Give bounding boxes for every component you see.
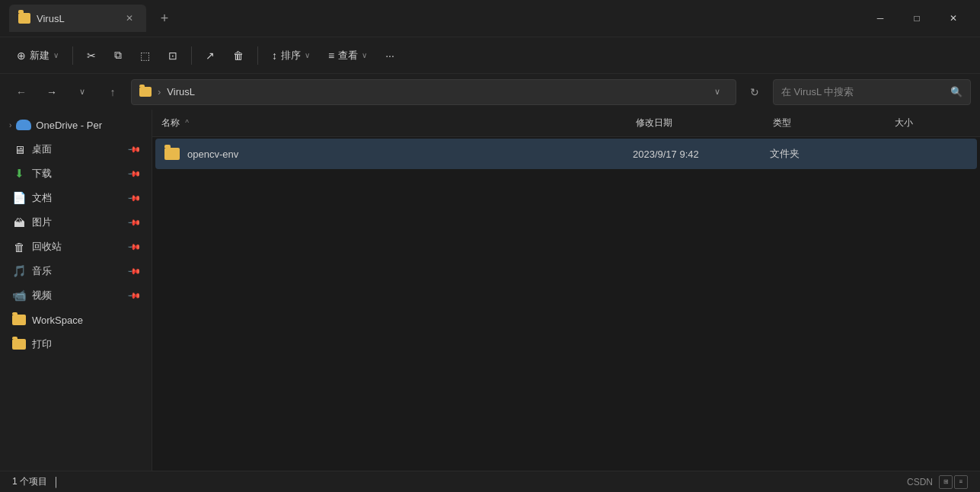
- view-toggle[interactable]: ⊞ ≡: [939, 475, 968, 489]
- sort-dropdown-icon: ∨: [305, 51, 310, 59]
- documents-icon: 📄: [12, 191, 26, 205]
- search-icon[interactable]: 🔍: [950, 86, 962, 97]
- status-brand: CSDN: [907, 477, 933, 487]
- music-icon: 🎵: [12, 264, 26, 278]
- dropdown-history-button[interactable]: ∨: [70, 80, 94, 104]
- list-view-btn[interactable]: ≡: [954, 475, 968, 489]
- address-bar-area: ← → ∨ ↑ › VirusL ∨ ↻ 在 VirusL 中搜索 🔍: [0, 73, 980, 110]
- sidebar-label-recycle: 回收站: [32, 240, 123, 254]
- new-label: 新建: [30, 49, 49, 62]
- delete-button[interactable]: 🗑: [225, 43, 251, 69]
- sort-button[interactable]: ↕ 排序 ∨: [264, 43, 318, 69]
- file-list-header: 名称 ^ 修改日期 类型 大小: [152, 110, 980, 137]
- share-button[interactable]: ↗: [198, 43, 222, 69]
- sidebar-item-desktop[interactable]: 🖥 桌面 📌: [3, 137, 148, 161]
- more-button[interactable]: ···: [378, 43, 402, 69]
- up-button[interactable]: ↑: [101, 80, 125, 104]
- sidebar-label-desktop: 桌面: [32, 142, 123, 156]
- tab-title: VirusL: [37, 13, 116, 24]
- sidebar-item-recycle[interactable]: 🗑 回收站 📌: [3, 235, 148, 259]
- search-box[interactable]: 在 VirusL 中搜索 🔍: [773, 79, 971, 105]
- back-button[interactable]: ←: [9, 80, 34, 104]
- copy-icon: ⧉: [114, 49, 122, 62]
- sidebar-item-downloads[interactable]: ⬇ 下载 📌: [3, 161, 148, 186]
- pictures-icon: 🏔: [12, 216, 26, 229]
- pin-icon-desktop: 📌: [126, 142, 141, 156]
- view-button[interactable]: ≡ 查看 ∨: [321, 43, 375, 69]
- item-count: 1 个项目: [12, 475, 47, 488]
- file-name-cell: opencv-env: [164, 148, 633, 160]
- address-bar[interactable]: › VirusL ∨: [131, 79, 736, 105]
- cut-button[interactable]: ✂: [79, 43, 104, 69]
- active-tab[interactable]: VirusL ✕: [9, 5, 146, 32]
- pin-icon-music: 📌: [126, 264, 141, 278]
- column-type[interactable]: 类型: [773, 117, 895, 129]
- status-right: CSDN ⊞ ≡: [907, 475, 968, 489]
- paste-button[interactable]: ⬚: [132, 43, 158, 69]
- tab-folder-icon: [18, 13, 30, 24]
- refresh-button[interactable]: ↻: [742, 80, 767, 104]
- address-separator: ›: [158, 86, 161, 97]
- sidebar-label-downloads: 下载: [32, 167, 123, 181]
- pin-icon-downloads: 📌: [126, 166, 141, 181]
- sidebar-item-onedrive[interactable]: › OneDrive - Per: [3, 113, 148, 137]
- paste2-button[interactable]: ⊡: [161, 43, 185, 69]
- file-name-text: opencv-env: [187, 149, 238, 160]
- pin-icon-pictures: 📌: [126, 215, 141, 229]
- forward-button[interactable]: →: [40, 80, 64, 104]
- sidebar-label-print: 打印: [32, 337, 139, 351]
- column-name[interactable]: 名称 ^: [161, 117, 636, 129]
- sidebar-item-music[interactable]: 🎵 音乐 📌: [3, 259, 148, 283]
- toolbar-divider-3: [257, 46, 258, 65]
- status-bar: 1 个项目 │ CSDN ⊞ ≡: [0, 471, 980, 492]
- column-date[interactable]: 修改日期: [636, 117, 773, 129]
- title-bar: VirusL ✕ + ─ □ ✕: [0, 0, 980, 37]
- grid-view-btn[interactable]: ⊞: [939, 475, 953, 489]
- maximize-button[interactable]: □: [899, 6, 934, 30]
- view-dropdown-icon: ∨: [362, 51, 367, 59]
- table-row[interactable]: opencv-env 2023/9/17 9:42 文件夹: [155, 139, 977, 169]
- new-icon: ⊕: [17, 50, 26, 62]
- new-button[interactable]: ⊕ 新建 ∨: [9, 43, 66, 69]
- sidebar-label-music: 音乐: [32, 264, 123, 278]
- sidebar-item-workspace[interactable]: WorkSpace: [3, 308, 148, 332]
- delete-icon: 🗑: [233, 50, 244, 62]
- sort-indicator: ^: [185, 119, 189, 127]
- sort-label: 排序: [281, 49, 301, 62]
- pin-icon-documents: 📌: [126, 190, 141, 205]
- sidebar-item-print[interactable]: 打印: [3, 332, 148, 356]
- tab-close-button[interactable]: ✕: [122, 11, 137, 26]
- paste-icon: ⬚: [140, 50, 150, 62]
- recycle-icon: 🗑: [12, 241, 26, 254]
- copy-button[interactable]: ⧉: [107, 43, 129, 69]
- column-date-label: 修改日期: [636, 117, 672, 128]
- close-button[interactable]: ✕: [936, 6, 971, 30]
- pin-icon-videos: 📌: [126, 288, 141, 302]
- column-size-label: 大小: [895, 117, 913, 128]
- sidebar-label-documents: 文档: [32, 191, 123, 205]
- workspace-folder-icon: [12, 315, 26, 325]
- sidebar-item-videos[interactable]: 📹 视频 📌: [3, 283, 148, 308]
- address-folder-icon: [139, 87, 152, 97]
- sidebar-item-documents[interactable]: 📄 文档 📌: [3, 186, 148, 210]
- minimize-button[interactable]: ─: [863, 6, 898, 30]
- file-type-cell: 文件夹: [770, 147, 892, 161]
- new-tab-button[interactable]: +: [152, 6, 177, 30]
- address-dropdown-button[interactable]: ∨: [707, 81, 728, 103]
- sidebar-item-pictures[interactable]: 🏔 图片 📌: [3, 210, 148, 235]
- toolbar-divider-1: [72, 46, 73, 65]
- column-size[interactable]: 大小: [895, 117, 971, 129]
- more-icon: ···: [385, 50, 394, 62]
- onedrive-icon: [16, 120, 31, 130]
- sort-icon: ↕: [272, 50, 277, 62]
- sidebar-label-videos: 视频: [32, 289, 123, 302]
- file-date-cell: 2023/9/17 9:42: [633, 149, 770, 160]
- new-dropdown-icon: ∨: [53, 51, 59, 59]
- paste2-icon: ⊡: [168, 50, 177, 62]
- content-pane: 名称 ^ 修改日期 类型 大小 opencv-env 2023/9/17 9:4…: [152, 110, 980, 471]
- view-icon: ≡: [328, 50, 334, 62]
- grid-icon: ⊞: [943, 478, 949, 485]
- file-folder-icon: [164, 148, 180, 160]
- toolbar-divider-2: [191, 46, 192, 65]
- window-controls: ─ □ ✕: [863, 6, 971, 30]
